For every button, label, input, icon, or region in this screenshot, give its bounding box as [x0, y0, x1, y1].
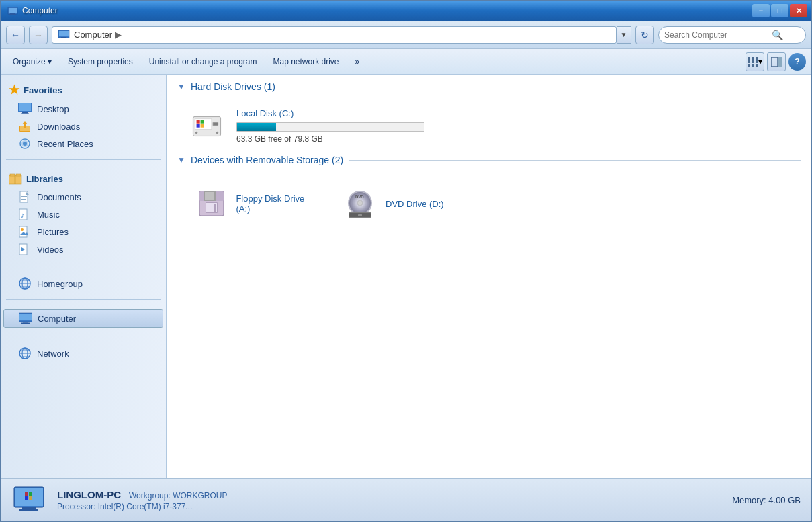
- sidebar-item-pictures[interactable]: Pictures: [3, 223, 163, 241]
- close-button[interactable]: ✕: [790, 4, 807, 17]
- status-processor-row: Processor: Intel(R) Core(TM) i7-377...: [57, 502, 721, 511]
- help-button[interactable]: ?: [788, 53, 806, 71]
- change-view-button[interactable]: ▾: [746, 52, 764, 71]
- status-processor: Processor: Intel(R) Core(TM) i7-377...: [57, 502, 192, 511]
- sidebar-item-network[interactable]: Network: [3, 345, 163, 362]
- search-input[interactable]: [664, 30, 772, 40]
- sidebar-item-computer[interactable]: Computer: [3, 309, 163, 328]
- pictures-icon: [18, 225, 32, 238]
- homegroup-label: Homegroup: [37, 279, 83, 289]
- maximize-button[interactable]: □: [771, 4, 788, 17]
- minimize-button[interactable]: −: [752, 4, 770, 17]
- svg-rect-30: [15, 175, 21, 184]
- organize-button[interactable]: Organize ▾: [6, 52, 58, 71]
- title-bar-left: Computer: [7, 5, 58, 16]
- local-disk-progress-fill: [237, 123, 276, 131]
- hard-disk-collapse-btn[interactable]: ▼: [177, 82, 185, 91]
- pictures-label: Pictures: [37, 227, 69, 237]
- downloads-label: Downloads: [37, 122, 80, 132]
- main-content: ★ Favorites Desktop: [1, 75, 811, 478]
- svg-rect-91: [29, 496, 32, 500]
- status-bar: LINGLOM-PC Workgroup: WORKGROUP Processo…: [1, 478, 811, 521]
- sidebar-item-recent-places[interactable]: Recent Places: [3, 135, 163, 153]
- sidebar-divider-3: [6, 299, 161, 300]
- svg-rect-22: [21, 114, 29, 115]
- svg-rect-65: [201, 124, 204, 127]
- status-computer-name: LINGLOM-PC: [57, 489, 121, 501]
- libraries-header: Libraries: [3, 169, 163, 188]
- network-icon: [18, 347, 32, 360]
- sidebar-item-desktop[interactable]: Desktop: [3, 100, 163, 118]
- svg-rect-64: [197, 124, 200, 127]
- hard-disk-section-title: Hard Disk Drives (1): [191, 81, 275, 92]
- svg-rect-89: [29, 492, 32, 496]
- forward-button[interactable]: →: [29, 26, 48, 44]
- address-path-root: Computer: [74, 30, 112, 40]
- svg-rect-88: [25, 492, 28, 496]
- floppy-icon: [193, 187, 229, 220]
- sidebar-item-documents[interactable]: Documents: [3, 188, 163, 206]
- map-network-drive-button[interactable]: Map network drive: [267, 52, 346, 71]
- preview-pane-button[interactable]: [767, 52, 786, 71]
- floppy-disk-item[interactable]: Floppy Disk Drive (A:): [188, 181, 322, 226]
- removable-collapse-btn[interactable]: ▼: [177, 155, 185, 165]
- sidebar-divider-1: [6, 159, 161, 160]
- svg-rect-63: [201, 120, 204, 123]
- sidebar-item-videos[interactable]: Videos: [3, 241, 163, 258]
- svg-rect-3: [9, 14, 16, 15]
- desktop-icon: [18, 102, 32, 116]
- svg-rect-40: [19, 226, 27, 237]
- svg-rect-73: [205, 192, 214, 200]
- svg-rect-31: [10, 174, 15, 176]
- svg-point-68: [195, 131, 197, 133]
- svg-rect-2: [10, 13, 15, 14]
- back-button[interactable]: ←: [6, 26, 25, 44]
- svg-rect-18: [778, 57, 782, 67]
- svg-rect-5: [59, 31, 69, 36]
- local-disk-size: 63.3 GB free of 79.8 GB: [236, 134, 790, 144]
- hard-disk-divider: [281, 87, 801, 87]
- svg-rect-52: [23, 322, 28, 323]
- dvd-drive-item[interactable]: DVD DVD Drive (D:): [336, 181, 470, 226]
- sidebar-item-music[interactable]: ♪ Music: [3, 206, 163, 223]
- svg-rect-76: [214, 204, 216, 212]
- search-icon: 🔍: [772, 30, 783, 40]
- documents-label: Documents: [37, 192, 81, 202]
- svg-rect-16: [756, 64, 758, 67]
- favorites-header: ★ Favorites: [3, 80, 163, 100]
- memory-label: Memory: 4.00 GB: [732, 495, 801, 505]
- svg-rect-13: [756, 60, 758, 63]
- toolbar-right: ▾ ?: [746, 52, 806, 71]
- title-bar-buttons: − □ ✕: [752, 4, 807, 17]
- refresh-button[interactable]: ↻: [635, 26, 654, 44]
- sidebar: ★ Favorites Desktop: [1, 75, 167, 478]
- local-disk-name: Local Disk (C:): [236, 108, 790, 118]
- local-disk-item[interactable]: Local Disk (C:) 63.3 GB free of 79.8 GB: [177, 103, 801, 155]
- dvd-item-inner: DVD DVD Drive (D:): [341, 187, 444, 220]
- sidebar-item-downloads[interactable]: Downloads: [3, 118, 163, 135]
- status-specs: Memory: 4.00 GB: [732, 495, 801, 505]
- removable-divider: [349, 160, 801, 161]
- computer-icon: [19, 312, 32, 325]
- system-properties-button[interactable]: System properties: [61, 52, 140, 71]
- svg-rect-51: [19, 314, 32, 320]
- svg-rect-36: [21, 198, 27, 198]
- svg-rect-62: [197, 120, 200, 123]
- address-dropdown-btn[interactable]: ▼: [617, 26, 631, 44]
- address-path[interactable]: Computer ▶: [52, 26, 617, 44]
- network-section: Network: [1, 339, 166, 365]
- path-icon: [58, 28, 70, 41]
- dvd-icon: DVD: [341, 187, 379, 220]
- computer-section: Computer: [1, 304, 166, 331]
- sidebar-item-homegroup[interactable]: Homegroup: [3, 275, 163, 292]
- status-computer-name-row: LINGLOM-PC Workgroup: WORKGROUP: [57, 489, 721, 501]
- svg-rect-17: [771, 57, 778, 67]
- svg-rect-37: [21, 199, 26, 200]
- removable-grid: Floppy Disk Drive (A:): [177, 176, 801, 236]
- svg-rect-15: [752, 64, 754, 67]
- more-options-button[interactable]: »: [349, 52, 367, 71]
- uninstall-program-button[interactable]: Uninstall or change a program: [142, 52, 264, 71]
- network-label: Network: [37, 349, 69, 359]
- svg-rect-11: [748, 60, 750, 63]
- recent-places-icon: [18, 137, 32, 150]
